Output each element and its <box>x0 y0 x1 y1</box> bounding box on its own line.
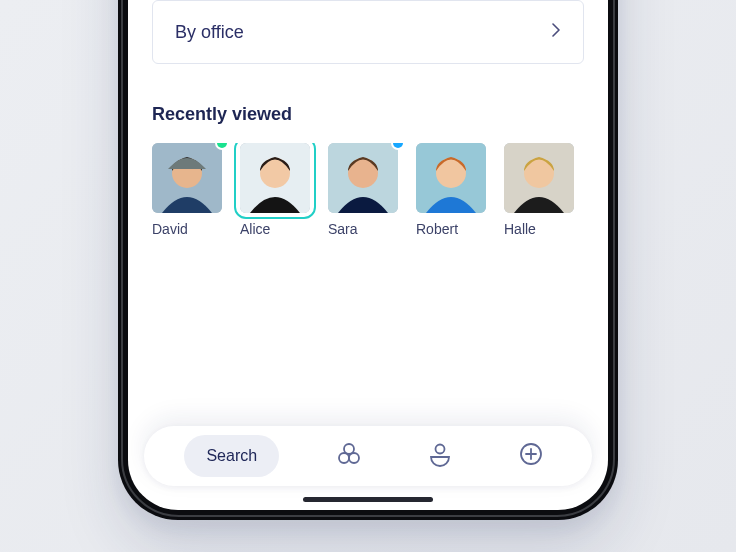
avatar <box>416 143 486 213</box>
person-card[interactable]: Robert <box>416 143 486 237</box>
person-card[interactable]: Halle <box>504 143 574 237</box>
person-name: Alice <box>240 221 310 237</box>
home-indicator <box>303 497 433 502</box>
recently-viewed-title: Recently viewed <box>152 104 584 125</box>
status-dot-icon <box>217 143 227 148</box>
person-name: Halle <box>504 221 574 237</box>
person-card[interactable]: Alice <box>240 143 310 237</box>
avatar <box>328 143 398 213</box>
filter-by-office[interactable]: By office <box>153 1 583 63</box>
avatar <box>504 143 574 213</box>
avatar <box>152 143 222 213</box>
svg-point-12 <box>349 453 359 463</box>
app-screen: By office Recently viewed David Alice <box>128 0 608 510</box>
nav-search[interactable]: Search <box>184 435 279 477</box>
person-card[interactable]: David <box>152 143 222 237</box>
recently-viewed-list[interactable]: David Alice Sara Robert <box>152 143 584 245</box>
phone-frame: By office Recently viewed David Alice <box>118 0 618 520</box>
nav-search-label: Search <box>206 447 257 465</box>
filter-card: By office <box>152 0 584 64</box>
svg-point-11 <box>339 453 349 463</box>
status-dot-icon <box>393 143 403 148</box>
plus-circle-icon <box>517 440 545 472</box>
avatar <box>240 143 310 213</box>
profile-icon <box>426 440 454 472</box>
chevron-right-icon <box>551 22 561 43</box>
filter-by-office-label: By office <box>175 22 244 43</box>
groups-icon <box>335 440 363 472</box>
nav-groups[interactable] <box>328 435 370 477</box>
nav-profile[interactable] <box>419 435 461 477</box>
nav-add[interactable] <box>510 435 552 477</box>
svg-point-13 <box>435 445 444 454</box>
person-card[interactable]: Sara <box>328 143 398 237</box>
bottom-nav: Search <box>144 426 592 486</box>
person-name: David <box>152 221 222 237</box>
person-name: Sara <box>328 221 398 237</box>
person-name: Robert <box>416 221 486 237</box>
